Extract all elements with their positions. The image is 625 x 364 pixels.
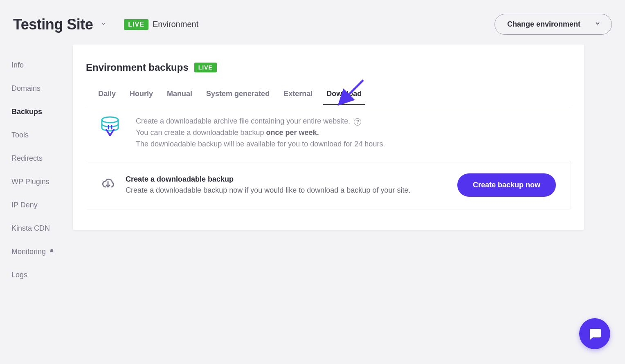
help-icon[interactable]: ?	[354, 118, 361, 126]
tab-label: External	[283, 90, 312, 98]
tab-external[interactable]: External	[283, 85, 312, 105]
sidebar-item-label: Kinsta CDN	[11, 224, 50, 233]
sidebar-item-label: Monitoring	[11, 247, 46, 256]
sidebar: Info Domains Backups Tools Redirects WP …	[11, 45, 73, 287]
sidebar-item-domains[interactable]: Domains	[11, 77, 73, 100]
svg-point-0	[102, 117, 118, 123]
tab-manual[interactable]: Manual	[167, 85, 192, 105]
tab-label: System generated	[206, 90, 270, 98]
action-body: Create a downloadable backup now if you …	[126, 186, 410, 195]
site-title-wrap[interactable]: Testing Site	[13, 16, 107, 33]
bell-icon	[49, 247, 54, 256]
action-card-text: Create a downloadable backup Create a do…	[126, 175, 410, 195]
chevron-down-icon	[100, 20, 107, 29]
chevron-down-icon	[594, 20, 601, 29]
panel-title: Environment backups	[86, 62, 189, 73]
desc-line-1: Create a downloadable archive file conta…	[136, 117, 350, 125]
sidebar-item-label: WP Plugins	[11, 178, 49, 186]
tab-label: Daily	[98, 90, 116, 98]
sidebar-item-kinsta-cdn[interactable]: Kinsta CDN	[11, 217, 73, 240]
description-text: Create a downloadable archive file conta…	[136, 116, 385, 150]
chat-fab-button[interactable]	[579, 318, 610, 349]
sidebar-item-info[interactable]: Info	[11, 54, 73, 77]
tab-system-generated[interactable]: System generated	[206, 85, 270, 105]
sidebar-item-tools[interactable]: Tools	[11, 124, 73, 147]
top-bar: Testing Site LIVE Environment Change env…	[0, 0, 625, 45]
site-title: Testing Site	[13, 16, 93, 33]
cloud-download-icon	[101, 177, 115, 193]
button-label: Create backup now	[473, 181, 540, 189]
chat-icon	[587, 326, 602, 341]
sidebar-item-wp-plugins[interactable]: WP Plugins	[11, 170, 73, 193]
sidebar-item-logs[interactable]: Logs	[11, 263, 73, 287]
live-badge: LIVE	[124, 19, 148, 30]
change-environment-label: Change environment	[507, 20, 580, 29]
description-row: Create a downloadable archive file conta…	[86, 105, 571, 161]
action-title: Create a downloadable backup	[126, 175, 410, 184]
sidebar-item-label: Redirects	[11, 154, 43, 163]
create-backup-card: Create a downloadable backup Create a do…	[86, 161, 571, 209]
desc-line-3: The downloadable backup will be availabl…	[136, 139, 385, 150]
sidebar-item-redirects[interactable]: Redirects	[11, 147, 73, 170]
sidebar-item-label: IP Deny	[11, 201, 38, 209]
panel-header: Environment backups LIVE	[86, 62, 571, 73]
sidebar-item-label: Domains	[11, 84, 40, 93]
environment-label: LIVE Environment	[124, 19, 198, 30]
sidebar-item-monitoring[interactable]: Monitoring	[11, 240, 73, 263]
tab-download[interactable]: Download	[326, 85, 362, 105]
sidebar-item-label: Info	[11, 61, 24, 70]
sidebar-item-label: Backups	[11, 108, 42, 116]
tab-label: Hourly	[130, 90, 153, 98]
tab-daily[interactable]: Daily	[98, 85, 116, 105]
tabs: Daily Hourly Manual System generated Ext…	[86, 85, 571, 105]
sidebar-item-label: Logs	[11, 271, 27, 279]
tab-label: Download	[326, 90, 362, 98]
database-download-icon	[100, 116, 120, 142]
tab-label: Manual	[167, 90, 192, 98]
sidebar-item-label: Tools	[11, 131, 29, 139]
environment-text: Environment	[153, 20, 198, 29]
desc-line-2-pre: You can create a downloadable backup	[136, 128, 266, 137]
live-badge: LIVE	[194, 63, 217, 72]
change-environment-button[interactable]: Change environment	[495, 14, 612, 35]
panel-backups: Environment backups LIVE Daily Hourly Ma…	[73, 45, 584, 230]
desc-line-2-strong: once per week.	[266, 128, 319, 137]
sidebar-item-backups[interactable]: Backups	[11, 100, 73, 124]
sidebar-item-ip-deny[interactable]: IP Deny	[11, 193, 73, 217]
create-backup-now-button[interactable]: Create backup now	[457, 173, 556, 197]
tab-hourly[interactable]: Hourly	[130, 85, 153, 105]
